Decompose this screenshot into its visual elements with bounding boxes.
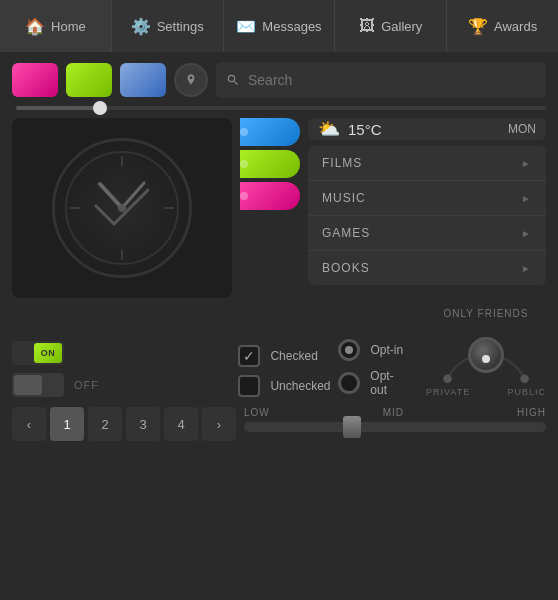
nav-settings[interactable]: ⚙️ Settings bbox=[112, 0, 224, 52]
gallery-icon: 🖼 bbox=[359, 17, 375, 35]
radio-optout[interactable] bbox=[338, 372, 360, 394]
swatch-green[interactable] bbox=[66, 63, 112, 97]
swatch-blue[interactable] bbox=[120, 63, 166, 97]
weather-day: MON bbox=[508, 122, 536, 136]
top-slider[interactable] bbox=[16, 106, 546, 110]
radio-optin[interactable] bbox=[338, 339, 360, 361]
row-clock-content: ⛅ 15°C MON FILMS ► MUSIC ► bbox=[12, 118, 546, 298]
menu-item-games[interactable]: GAMES ► bbox=[308, 216, 546, 251]
nav-awards-label: Awards bbox=[494, 19, 537, 34]
weather-widget: ⛅ 15°C MON bbox=[308, 118, 546, 140]
menu-label-books: BOOKS bbox=[322, 261, 370, 275]
knob-body[interactable] bbox=[468, 337, 504, 373]
svg-point-8 bbox=[443, 374, 452, 383]
knob-public-label: PUBLIC bbox=[507, 387, 546, 397]
menu-item-books[interactable]: BOOKS ► bbox=[308, 251, 546, 285]
radio-optout-row: Opt-out bbox=[338, 369, 410, 397]
checkbox-radio-panel: ✓ Checked Unchecked bbox=[238, 345, 330, 397]
swatch-pink[interactable] bbox=[12, 63, 58, 97]
nav-home-label: Home bbox=[51, 19, 86, 34]
clock-svg bbox=[62, 148, 182, 268]
messages-icon: ✉️ bbox=[236, 17, 256, 36]
chevron-icon-games: ► bbox=[521, 228, 532, 239]
page-3-button[interactable]: 3 bbox=[126, 407, 160, 441]
lmh-slider[interactable] bbox=[244, 422, 546, 432]
weather-icon: ⛅ bbox=[318, 118, 340, 140]
pin-icon bbox=[184, 73, 198, 87]
tags-weather: ⛅ 15°C MON FILMS ► MUSIC ► bbox=[240, 118, 546, 285]
tags-column bbox=[240, 118, 300, 210]
nav-awards[interactable]: 🏆 Awards bbox=[447, 0, 558, 52]
nav-messages[interactable]: ✉️ Messages bbox=[224, 0, 336, 52]
nav-home[interactable]: 🏠 Home bbox=[0, 0, 112, 52]
menu-item-music[interactable]: MUSIC ► bbox=[308, 181, 546, 216]
svg-point-7 bbox=[118, 204, 126, 212]
settings-icon: ⚙️ bbox=[131, 17, 151, 36]
knob-title: ONLY FRIENDS bbox=[444, 308, 529, 319]
tag-blue[interactable] bbox=[240, 118, 300, 146]
toggle-off-knob bbox=[14, 375, 42, 395]
row-swatches-search bbox=[12, 62, 546, 98]
checkbox-unchecked[interactable] bbox=[238, 375, 260, 397]
radio-dot-optin bbox=[345, 346, 353, 354]
search-input[interactable] bbox=[248, 72, 536, 88]
toggle-on[interactable]: ON bbox=[12, 341, 64, 365]
nav-gallery[interactable]: 🖼 Gallery bbox=[335, 0, 447, 52]
chevron-icon-films: ► bbox=[521, 158, 532, 169]
radio-optin-row: Opt-in bbox=[338, 339, 410, 361]
menu-list: FILMS ► MUSIC ► GAMES ► BOOKS bbox=[308, 146, 546, 285]
toggle-off-row: OFF bbox=[12, 373, 230, 397]
checkbox-checked-row: ✓ Checked bbox=[238, 345, 330, 367]
checked-label: Checked bbox=[270, 349, 317, 363]
optout-label: Opt-out bbox=[370, 369, 410, 397]
row-pagination-slider: ‹ 1 2 3 4 › LOW MID HIGH bbox=[12, 407, 546, 441]
home-icon: 🏠 bbox=[25, 17, 45, 36]
toggle-off[interactable] bbox=[12, 373, 64, 397]
toggle-off-label: OFF bbox=[74, 379, 99, 391]
navbar: 🏠 Home ⚙️ Settings ✉️ Messages 🖼 Gallery… bbox=[0, 0, 558, 52]
checkbox-unchecked-row: Unchecked bbox=[238, 375, 330, 397]
knob-private-label: PRIVATE bbox=[426, 387, 470, 397]
knob-indicator-dot bbox=[482, 355, 490, 363]
main-content: ⛅ 15°C MON FILMS ► MUSIC ► bbox=[0, 52, 558, 451]
page-4-button[interactable]: 4 bbox=[164, 407, 198, 441]
toggles-panel: ON OFF bbox=[12, 341, 230, 397]
nav-gallery-label: Gallery bbox=[381, 19, 422, 34]
unchecked-label: Unchecked bbox=[270, 379, 330, 393]
tag-pink[interactable] bbox=[240, 182, 300, 210]
svg-line-5 bbox=[100, 184, 122, 208]
search-icon bbox=[226, 73, 240, 87]
tag-green[interactable] bbox=[240, 150, 300, 178]
page-prev-button[interactable]: ‹ bbox=[12, 407, 46, 441]
page-next-button[interactable]: › bbox=[202, 407, 236, 441]
toggle-on-knob: ON bbox=[34, 343, 62, 363]
page-2-button[interactable]: 2 bbox=[88, 407, 122, 441]
chevron-icon-music: ► bbox=[521, 193, 532, 204]
radio-panel: Opt-in Opt-out bbox=[338, 339, 410, 397]
nav-messages-label: Messages bbox=[262, 19, 321, 34]
row3-right: ⛅ 15°C MON FILMS ► MUSIC ► bbox=[240, 118, 546, 298]
lmh-slider-panel: LOW MID HIGH bbox=[244, 407, 546, 441]
menu-label-music: MUSIC bbox=[322, 191, 366, 205]
knob-track bbox=[426, 323, 546, 383]
nav-settings-label: Settings bbox=[157, 19, 204, 34]
clock-face bbox=[52, 138, 192, 278]
checkmark-icon: ✓ bbox=[243, 348, 255, 364]
menu-item-films[interactable]: FILMS ► bbox=[308, 146, 546, 181]
menu-label-films: FILMS bbox=[322, 156, 362, 170]
knob-labels: PRIVATE PUBLIC bbox=[426, 387, 546, 397]
clock-panel bbox=[12, 118, 232, 298]
optin-label: Opt-in bbox=[370, 343, 403, 357]
knob-panel: ONLY FRIENDS PRIVATE PUBLIC bbox=[426, 308, 546, 397]
top-slider-row bbox=[16, 106, 546, 110]
page-1-button[interactable]: 1 bbox=[50, 407, 84, 441]
toggle-on-row: ON bbox=[12, 341, 230, 365]
search-bar bbox=[216, 62, 546, 98]
menu-label-games: GAMES bbox=[322, 226, 370, 240]
checkbox-checked[interactable]: ✓ bbox=[238, 345, 260, 367]
row-toggles-knob: ON OFF ✓ Checked Unchecked bbox=[12, 308, 546, 397]
pin-button[interactable] bbox=[174, 63, 208, 97]
svg-point-9 bbox=[520, 374, 529, 383]
awards-icon: 🏆 bbox=[468, 17, 488, 36]
chevron-icon-books: ► bbox=[521, 263, 532, 274]
